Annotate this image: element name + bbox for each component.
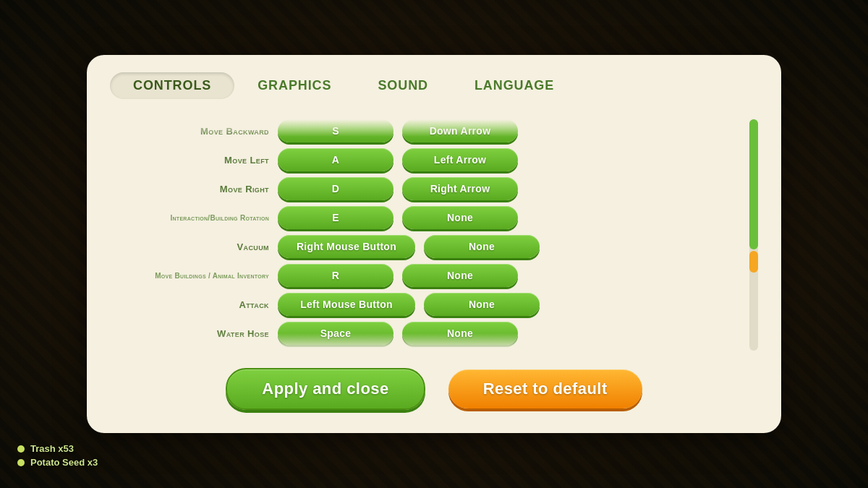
key-button-primary[interactable]: Left Mouse Button <box>278 293 415 316</box>
key-button-secondary[interactable]: None <box>402 206 518 229</box>
key-button-primary[interactable]: R <box>278 264 393 287</box>
binding-label: Move Left <box>110 155 269 166</box>
key-button-primary[interactable]: Right Mouse Button <box>278 235 415 258</box>
binding-label: Move Buildings / Animal Inventory <box>110 272 269 280</box>
scrollbar-track[interactable] <box>749 119 758 351</box>
apply-close-button[interactable]: Apply and close <box>226 368 425 410</box>
key-button-secondary[interactable]: None <box>402 322 518 345</box>
binding-row: Interaction/Building RotationENone <box>110 206 732 229</box>
modal-backdrop: Controls Graphics Sound Language Move Ba… <box>0 0 868 488</box>
key-button-secondary[interactable]: None <box>424 235 540 258</box>
key-button-secondary[interactable]: None <box>402 264 518 287</box>
binding-row: AttackLeft Mouse ButtonNone <box>110 293 732 316</box>
binding-label: Water Hose <box>110 328 269 339</box>
binding-label: Move Backward <box>110 126 269 137</box>
tab-language[interactable]: Language <box>451 72 577 99</box>
binding-label: Move Right <box>110 184 269 194</box>
key-button-primary[interactable]: A <box>278 148 393 171</box>
key-button-secondary[interactable]: Left Arrow <box>402 148 518 171</box>
scrollbar-thumb-green[interactable] <box>749 119 758 249</box>
reset-default-button[interactable]: Reset to default <box>448 369 642 408</box>
key-button-secondary[interactable]: None <box>424 293 540 316</box>
tab-sound[interactable]: Sound <box>354 72 451 99</box>
key-button-secondary[interactable]: Right Arrow <box>402 177 518 200</box>
binding-row: VacuumRight Mouse ButtonNone <box>110 235 732 258</box>
key-button-primary[interactable]: E <box>278 206 393 229</box>
settings-modal: Controls Graphics Sound Language Move Ba… <box>87 55 781 433</box>
scrollbar-thumb-orange[interactable] <box>749 251 758 273</box>
tab-controls[interactable]: Controls <box>110 72 234 99</box>
binding-label: Interaction/Building Rotation <box>110 214 269 222</box>
key-button-primary[interactable]: Space <box>278 322 393 345</box>
content-area: Move BackwardSDown ArrowMove LeftALeft A… <box>110 119 758 351</box>
bottom-buttons: Apply and close Reset to default <box>110 368 758 410</box>
tabs-container: Controls Graphics Sound Language <box>110 72 758 105</box>
binding-row: Move RightDRight Arrow <box>110 177 732 200</box>
bindings-scroll[interactable]: Move BackwardSDown ArrowMove LeftALeft A… <box>110 119 738 351</box>
binding-label: Vacuum <box>110 241 269 252</box>
tab-graphics[interactable]: Graphics <box>234 72 354 99</box>
binding-row: Move Buildings / Animal InventoryRNone <box>110 264 732 287</box>
key-button-primary[interactable]: D <box>278 177 393 200</box>
key-button-secondary[interactable]: Down Arrow <box>402 119 518 142</box>
binding-row: Water HoseSpaceNone <box>110 322 732 345</box>
key-button-primary[interactable]: S <box>278 119 393 142</box>
binding-row: Move LeftALeft Arrow <box>110 148 732 171</box>
binding-row: Move BackwardSDown Arrow <box>110 119 732 142</box>
binding-label: Attack <box>110 299 269 310</box>
bindings-wrapper: Move BackwardSDown ArrowMove LeftALeft A… <box>110 119 738 351</box>
